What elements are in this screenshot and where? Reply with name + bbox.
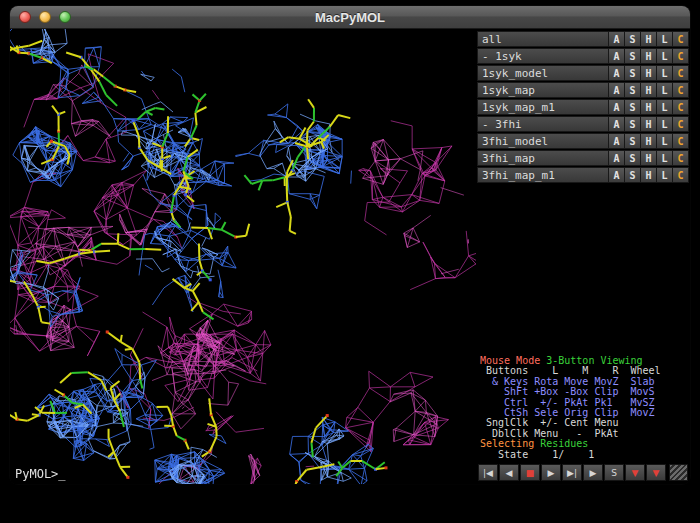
s-menu-button[interactable]: S [625, 65, 641, 81]
close-button[interactable] [19, 11, 31, 23]
movie-controls: |◀◀■▶▶|▶S▼▼ [476, 462, 690, 484]
a-menu-button[interactable]: A [609, 48, 625, 64]
zoom-button[interactable] [59, 11, 71, 23]
object-row: 3fhi_mapASHLC [477, 150, 689, 166]
state-line[interactable]: State 1/ 1 [480, 450, 688, 460]
mouse-mode-line-text: 3-Button Viewing [546, 355, 642, 366]
s-menu-button[interactable]: S [625, 82, 641, 98]
scene-button[interactable]: S [604, 464, 624, 481]
h-menu-button[interactable]: H [641, 150, 657, 166]
s-menu-button[interactable]: S [625, 116, 641, 132]
mouse-mode-line-text: Mouse Mode [480, 355, 546, 366]
ctrl-line-text: Ctrl +/- PkAt Pk1 MvSZ [480, 397, 655, 408]
c-menu-button[interactable]: C [673, 133, 689, 149]
keys-line-text: & Keys Rota Move MovZ Slab [480, 376, 655, 387]
l-menu-button[interactable]: L [657, 65, 673, 81]
object-row: 3fhi_map_m1ASHLC [477, 167, 689, 183]
command-prompt[interactable]: PyMOL>_ [15, 467, 66, 481]
s-menu-button[interactable]: S [625, 99, 641, 115]
s-menu-button[interactable]: S [625, 31, 641, 47]
object-row: 1syk_map_m1ASHLC [477, 99, 689, 115]
l-menu-button[interactable]: L [657, 150, 673, 166]
a-menu-button[interactable]: A [609, 116, 625, 132]
minimize-button[interactable] [39, 11, 51, 23]
c-menu-button[interactable]: C [673, 116, 689, 132]
object-row: 1syk_mapASHLC [477, 82, 689, 98]
sidebar-spacer [476, 183, 690, 354]
c-menu-button[interactable]: C [673, 150, 689, 166]
l-menu-button[interactable]: L [657, 167, 673, 183]
window-title: MacPyMOL [10, 10, 690, 25]
l-menu-button[interactable]: L [657, 133, 673, 149]
selecting-line-text: Residues [540, 438, 588, 449]
c-menu-button[interactable]: C [673, 167, 689, 183]
l-menu-button[interactable]: L [657, 48, 673, 64]
object-row: allASHLC [477, 31, 689, 47]
a-menu-button[interactable]: A [609, 167, 625, 183]
viewport-3d[interactable]: PyMOL>_ [10, 29, 476, 484]
a-menu-button[interactable]: A [609, 133, 625, 149]
c-menu-button[interactable]: C [673, 99, 689, 115]
a-menu-button[interactable]: A [609, 150, 625, 166]
s-menu-button[interactable]: S [625, 48, 641, 64]
h-menu-button[interactable]: H [641, 82, 657, 98]
rock-button[interactable]: ▼ [625, 464, 645, 481]
h-menu-button[interactable]: H [641, 48, 657, 64]
h-menu-button[interactable]: H [641, 99, 657, 115]
singleclick-line-text: SnglClk +/- Cent Menu [480, 417, 618, 428]
stop-button[interactable]: ■ [520, 464, 540, 481]
h-menu-button[interactable]: H [641, 65, 657, 81]
object-row-label[interactable]: - 1syk [477, 48, 609, 64]
shift-line-text: ShFt +Box -Box Clip MovS [480, 386, 655, 397]
l-menu-button[interactable]: L [657, 116, 673, 132]
c-menu-button[interactable]: C [673, 31, 689, 47]
object-row: - 3fhiASHLC [477, 116, 689, 132]
molecular-render-canvas[interactable] [10, 29, 476, 484]
a-menu-button[interactable]: A [609, 99, 625, 115]
c-menu-button[interactable]: C [673, 82, 689, 98]
macpymol-window: MacPyMOL PyMOL>_ allASHLC- 1sykASHLC1syk… [10, 6, 690, 484]
resize-grip[interactable] [669, 464, 688, 481]
ctsh-line-text: CtSh Sele Orig Clip MovZ [480, 407, 655, 418]
object-row-label[interactable]: 3fhi_map_m1 [477, 167, 609, 183]
object-row-label[interactable]: 1syk_map_m1 [477, 99, 609, 115]
traffic-lights [19, 6, 71, 28]
buttons-header-line-text: Buttons L M R Wheel [480, 365, 661, 376]
object-panel: allASHLC- 1sykASHLC1syk_modelASHLC1syk_m… [476, 30, 690, 183]
l-menu-button[interactable]: L [657, 31, 673, 47]
h-menu-button[interactable]: H [641, 133, 657, 149]
play-button[interactable]: ▶ [541, 464, 561, 481]
selecting-line-text: Selecting [480, 438, 540, 449]
l-menu-button[interactable]: L [657, 82, 673, 98]
a-menu-button[interactable]: A [609, 31, 625, 47]
state-line-text: State 1/ 1 [480, 449, 594, 460]
c-menu-button[interactable]: C [673, 48, 689, 64]
a-menu-button[interactable]: A [609, 65, 625, 81]
desktop: MacPyMOL PyMOL>_ allASHLC- 1sykASHLC1syk… [0, 0, 700, 523]
object-row-label[interactable]: 3fhi_model [477, 133, 609, 149]
skip-end-button[interactable]: ▶ [583, 464, 603, 481]
movie-menu-button[interactable]: ▼ [646, 464, 666, 481]
s-menu-button[interactable]: S [625, 167, 641, 183]
h-menu-button[interactable]: H [641, 31, 657, 47]
object-row-label[interactable]: - 3fhi [477, 116, 609, 132]
object-row-label[interactable]: 3fhi_map [477, 150, 609, 166]
l-menu-button[interactable]: L [657, 99, 673, 115]
rewind-button[interactable]: |◀ [478, 464, 498, 481]
doubleclick-line-text: DblClk Menu - PkAt [480, 428, 618, 439]
object-row: - 1sykASHLC [477, 48, 689, 64]
a-menu-button[interactable]: A [609, 82, 625, 98]
step-back-button[interactable]: ◀ [499, 464, 519, 481]
main-content: PyMOL>_ allASHLC- 1sykASHLC1syk_modelASH… [10, 29, 690, 484]
object-row-label[interactable]: all [477, 31, 609, 47]
object-row-label[interactable]: 1syk_map [477, 82, 609, 98]
object-row-label[interactable]: 1syk_model [477, 65, 609, 81]
c-menu-button[interactable]: C [673, 65, 689, 81]
step-forward-button[interactable]: ▶| [562, 464, 582, 481]
s-menu-button[interactable]: S [625, 150, 641, 166]
title-bar[interactable]: MacPyMOL [10, 6, 690, 29]
h-menu-button[interactable]: H [641, 167, 657, 183]
s-menu-button[interactable]: S [625, 133, 641, 149]
mouse-mode-panel: Mouse Mode 3-Button Viewing Buttons L M … [476, 354, 690, 462]
h-menu-button[interactable]: H [641, 116, 657, 132]
